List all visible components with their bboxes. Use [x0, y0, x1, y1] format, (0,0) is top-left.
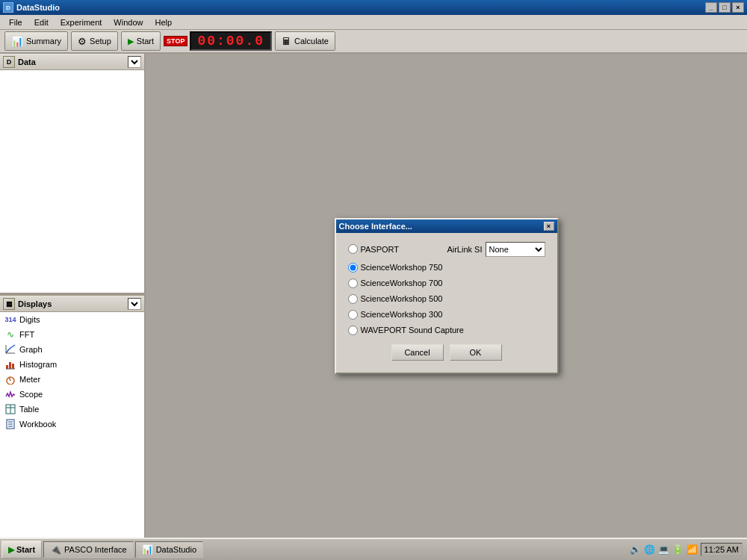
sw700-row: ScienceWorkshop 700: [348, 279, 545, 288]
displays-section-header: ▦ Displays: [0, 296, 144, 312]
tray-icon-sound: 🔊: [630, 544, 641, 555]
displays-section: ▦ Displays 314 Digits ∿ FFT: [0, 296, 144, 538]
close-button[interactable]: ×: [732, 2, 744, 13]
data-section-header: D Data: [0, 54, 144, 70]
digits-icon: 314: [4, 314, 16, 326]
workbook-label: Workbook: [19, 420, 56, 429]
sw500-label: ScienceWorkshop 500: [361, 294, 443, 303]
sidebar-item-scope[interactable]: Scope: [0, 387, 144, 402]
sidebar-item-meter[interactable]: Meter: [0, 372, 144, 387]
sw300-radio[interactable]: [348, 310, 358, 320]
main-layout: D Data ▦ Displays 314 Di: [0, 54, 747, 538]
sidebar-item-workbook[interactable]: Workbook: [0, 417, 144, 432]
scope-label: Scope: [19, 390, 43, 399]
displays-icon: ▦: [3, 298, 15, 310]
start-button[interactable]: ▶ Start: [121, 31, 161, 51]
sidebar-item-digits[interactable]: 314 Digits: [0, 312, 144, 327]
airlink-dropdown[interactable]: None: [486, 242, 545, 257]
tray-icon-signal: 📶: [686, 544, 698, 555]
tray-icon-ie: 🌐: [644, 544, 655, 555]
histogram-label: Histogram: [19, 360, 57, 369]
sw500-radio[interactable]: [348, 294, 358, 304]
data-section: D Data: [0, 54, 144, 293]
airlink-label: AirLink SI: [447, 245, 482, 254]
sw750-radio[interactable]: [348, 263, 358, 273]
table-label: Table: [19, 405, 39, 414]
menu-edit[interactable]: Edit: [28, 16, 55, 28]
cancel-button[interactable]: Cancel: [391, 344, 444, 361]
dialog-title: Choose Interface...: [339, 222, 412, 231]
sw300-label: ScienceWorkshop 300: [361, 310, 443, 319]
main-area: Choose Interface... × PASPORT AirLink SI…: [146, 54, 747, 538]
sw500-row: ScienceWorkshop 500: [348, 294, 545, 304]
menu-bar: File Edit Experiment Window Help: [0, 15, 747, 30]
dialog-overlay: Choose Interface... × PASPORT AirLink SI…: [146, 54, 747, 538]
maximize-button[interactable]: □: [719, 2, 731, 13]
table-icon: [4, 403, 16, 415]
app-icon: D: [3, 2, 13, 13]
menu-experiment[interactable]: Experiment: [55, 16, 108, 28]
title-bar-text: DataStudio: [16, 3, 60, 12]
sidebar-item-table[interactable]: Table: [0, 402, 144, 417]
summary-button[interactable]: 📊 Summary: [4, 31, 68, 51]
title-bar: D DataStudio _ □ ×: [0, 0, 747, 15]
title-bar-left: D DataStudio: [3, 2, 60, 13]
calculate-icon: 🖩: [282, 36, 291, 47]
workbook-icon: [4, 418, 16, 430]
datastudio-icon: 📊: [142, 544, 153, 555]
displays-section-content: 314 Digits ∿ FFT Graph: [0, 312, 144, 538]
tray-icon-net: 💻: [658, 544, 669, 555]
choose-interface-dialog: Choose Interface... × PASPORT AirLink SI…: [335, 218, 559, 374]
data-section-label: Data: [18, 57, 36, 66]
title-bar-controls[interactable]: _ □ ×: [705, 2, 744, 13]
meter-label: Meter: [19, 375, 40, 384]
menu-file[interactable]: File: [3, 16, 28, 28]
tray-icon-battery: 🔋: [672, 544, 684, 555]
waveport-radio[interactable]: [348, 326, 358, 335]
taskbar-pasco[interactable]: 🔌 PASCO Interface: [43, 541, 134, 558]
sw750-label: ScienceWorkshop 750: [361, 263, 443, 272]
dialog-buttons: Cancel OK: [348, 344, 545, 364]
sw700-label: ScienceWorkshop 700: [361, 279, 443, 287]
meter-icon: [4, 373, 16, 385]
ok-button[interactable]: OK: [450, 344, 502, 361]
svg-rect-2: [6, 365, 8, 369]
data-section-content: [0, 70, 144, 293]
start-menu-button[interactable]: ▶ Start: [1, 541, 42, 559]
calculate-button[interactable]: 🖩 Calculate: [275, 31, 335, 51]
fft-icon: ∿: [4, 329, 16, 340]
displays-dropdown[interactable]: [128, 298, 141, 310]
sw300-row: ScienceWorkshop 300: [348, 310, 545, 320]
sw750-row: ScienceWorkshop 750: [348, 263, 545, 273]
system-clock: 11:25 AM: [701, 543, 743, 556]
sidebar-item-histogram[interactable]: Histogram: [0, 357, 144, 372]
start-icon: ▶: [128, 37, 134, 46]
displays-section-label: Displays: [18, 299, 52, 308]
setup-button[interactable]: ⚙ Setup: [71, 31, 118, 51]
graph-icon: [4, 343, 16, 355]
graph-label: Graph: [19, 345, 43, 354]
pasport-radio[interactable]: [348, 244, 358, 254]
sw700-radio[interactable]: [348, 279, 358, 288]
stop-indicator: STOP: [164, 36, 187, 46]
sidebar-item-graph[interactable]: Graph: [0, 342, 144, 357]
menu-help[interactable]: Help: [149, 16, 178, 28]
svg-rect-3: [9, 362, 11, 369]
data-icon: D: [3, 56, 15, 68]
toolbar: 📊 Summary ⚙ Setup ▶ Start STOP 00:00.0 🖩…: [0, 30, 747, 54]
minimize-button[interactable]: _: [705, 2, 717, 13]
summary-icon: 📊: [11, 36, 23, 47]
dialog-close-button[interactable]: ×: [544, 222, 554, 231]
fft-label: FFT: [19, 330, 34, 339]
taskbar-datastudio[interactable]: 📊 DataStudio: [135, 541, 203, 558]
timer-display: 00:00.0: [190, 31, 272, 51]
menu-window[interactable]: Window: [108, 16, 149, 28]
pasport-label: PASPORT: [361, 245, 400, 254]
sidebar: D Data ▦ Displays 314 Di: [0, 54, 146, 538]
sidebar-item-fft[interactable]: ∿ FFT: [0, 327, 144, 342]
waveport-row: WAVEPORT Sound Capture: [348, 326, 545, 335]
dialog-body: PASPORT AirLink SI None ScienceWorkshop …: [336, 233, 557, 373]
data-dropdown[interactable]: [128, 56, 141, 68]
pasco-icon: 🔌: [50, 544, 61, 555]
digits-label: Digits: [19, 315, 40, 324]
